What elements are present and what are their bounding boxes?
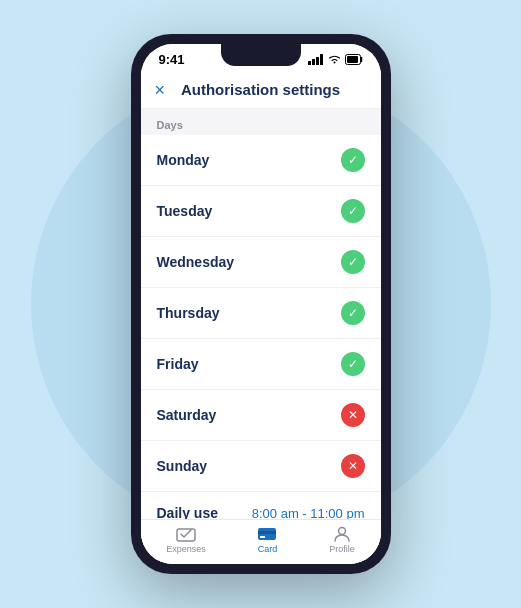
check-icon-friday: ✓ — [341, 352, 365, 376]
cross-icon-sunday: ✕ — [341, 454, 365, 478]
list-item[interactable]: Monday ✓ — [141, 135, 381, 186]
page-title: Authorisation settings — [181, 81, 340, 98]
screen-content: × Authorisation settings Days Monday ✓ T… — [141, 71, 381, 564]
list-item[interactable]: Thursday ✓ — [141, 288, 381, 339]
svg-rect-2 — [316, 57, 319, 65]
nav-item-profile[interactable]: Profile — [329, 526, 355, 554]
svg-rect-5 — [347, 56, 358, 63]
days-list: Monday ✓ Tuesday ✓ Wednesday ✓ Thursday … — [141, 135, 381, 519]
phone-notch — [221, 44, 301, 66]
check-icon-thursday: ✓ — [341, 301, 365, 325]
check-icon-wednesday: ✓ — [341, 250, 365, 274]
bottom-nav: Expenses Card Profile — [141, 519, 381, 564]
signal-icon — [308, 54, 324, 65]
status-time: 9:41 — [159, 52, 185, 67]
phone-screen: 9:41 — [141, 44, 381, 564]
status-icons — [308, 54, 363, 65]
section-header-days: Days — [141, 109, 381, 135]
item-label-daily-use: Daily use — [157, 505, 218, 519]
nav-item-expenses[interactable]: Expenses — [166, 526, 206, 554]
wifi-icon — [328, 54, 341, 65]
item-label-tuesday: Tuesday — [157, 203, 213, 219]
cross-icon-saturday: ✕ — [341, 403, 365, 427]
item-label-sunday: Sunday — [157, 458, 208, 474]
card-icon — [257, 526, 277, 542]
scroll-area[interactable]: Days Monday ✓ Tuesday ✓ Wednesday ✓ — [141, 109, 381, 519]
nav-label-expenses: Expenses — [166, 544, 206, 554]
item-label-friday: Friday — [157, 356, 199, 372]
list-item[interactable]: Sunday ✕ — [141, 441, 381, 492]
profile-icon — [332, 526, 352, 542]
close-button[interactable]: × — [155, 81, 166, 99]
svg-rect-9 — [260, 536, 265, 538]
svg-rect-1 — [312, 59, 315, 65]
check-icon-tuesday: ✓ — [341, 199, 365, 223]
list-item[interactable]: Saturday ✕ — [141, 390, 381, 441]
list-item[interactable]: Friday ✓ — [141, 339, 381, 390]
battery-icon — [345, 54, 363, 65]
nav-item-card[interactable]: Card — [257, 526, 277, 554]
svg-point-10 — [338, 528, 345, 535]
svg-rect-3 — [320, 54, 323, 65]
list-item[interactable]: Wednesday ✓ — [141, 237, 381, 288]
item-label-saturday: Saturday — [157, 407, 217, 423]
svg-rect-0 — [308, 61, 311, 65]
item-label-wednesday: Wednesday — [157, 254, 235, 270]
item-value-daily-use: 8:00 am - 11:00 pm — [252, 506, 365, 520]
page-header: × Authorisation settings — [141, 71, 381, 109]
svg-rect-8 — [258, 531, 276, 534]
check-icon-monday: ✓ — [341, 148, 365, 172]
item-label-monday: Monday — [157, 152, 210, 168]
nav-label-profile: Profile — [329, 544, 355, 554]
item-label-thursday: Thursday — [157, 305, 220, 321]
phone-frame: 9:41 — [131, 34, 391, 574]
expenses-icon — [176, 526, 196, 542]
list-item[interactable]: Tuesday ✓ — [141, 186, 381, 237]
nav-label-card: Card — [258, 544, 278, 554]
list-item-daily-use[interactable]: Daily use 8:00 am - 11:00 pm — [141, 492, 381, 519]
